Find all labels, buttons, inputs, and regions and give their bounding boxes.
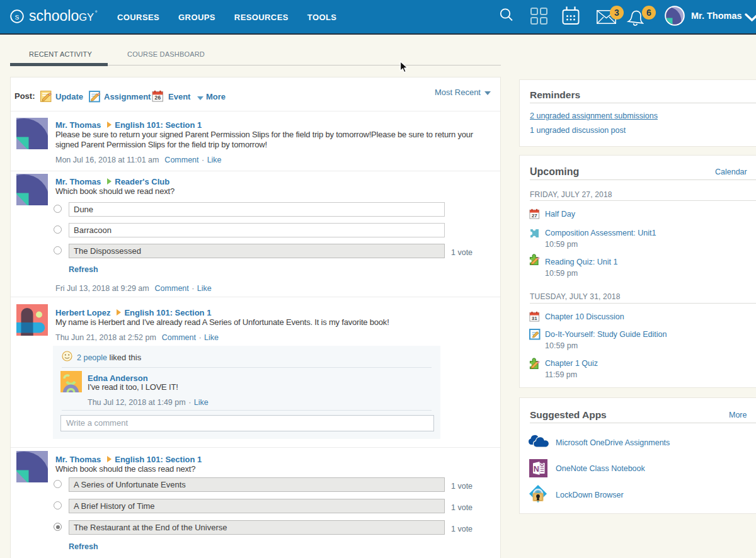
- svg-text:s: s: [15, 12, 20, 21]
- svg-text:N: N: [534, 465, 539, 474]
- svg-text:26: 26: [154, 94, 161, 101]
- svg-text:27: 27: [532, 213, 537, 219]
- svg-text:31: 31: [532, 316, 537, 321]
